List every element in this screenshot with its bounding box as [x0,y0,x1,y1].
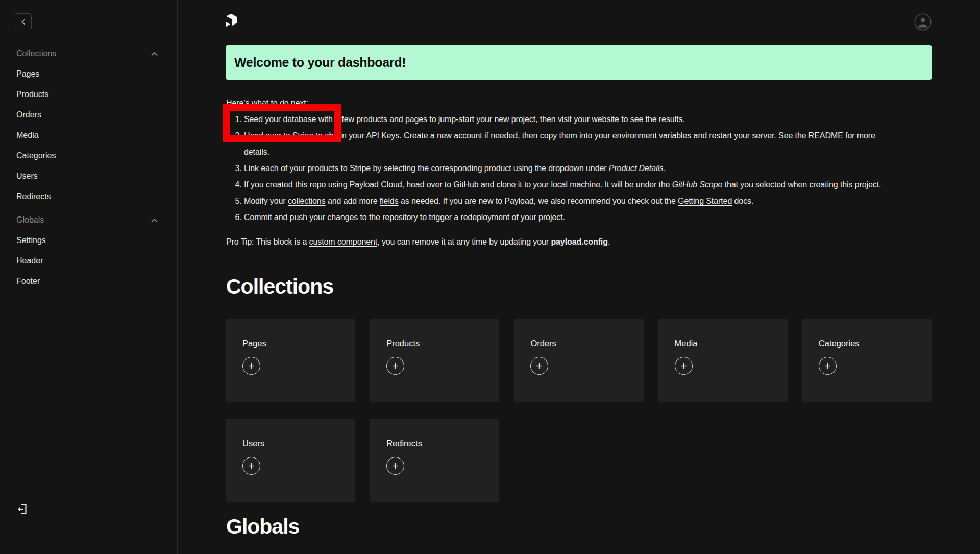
plus-icon [248,363,255,369]
pro-tip: Pro Tip: This block is a custom componen… [226,234,932,250]
custom-component-link[interactable]: custom component [309,237,378,246]
step-text: docs. [732,197,753,205]
intro-lead: Here’s what to do next: [226,95,932,111]
getting-started-link[interactable]: Getting Started [678,197,732,205]
onboarding-instructions: Here’s what to do next: Seed your databa… [226,95,932,250]
plus-icon [248,463,255,469]
collection-card-users: Users [226,419,355,502]
globals-heading: Globals [226,515,932,539]
sidebar-item-products[interactable]: Products [16,84,158,105]
step-text: . Create a new account if needed, then c… [399,131,808,140]
card-title-link[interactable]: Media [675,339,698,348]
welcome-banner-text: Welcome to your dashboard! [234,55,406,70]
payload-dashboard: Collections Pages Products Orders Media … [0,0,980,554]
card-title-link[interactable]: Redirects [386,439,422,448]
create-new-button[interactable] [675,357,693,375]
sidebar-item-redirects[interactable]: Redirects [16,186,158,207]
plus-icon [392,363,399,369]
step-text: Commit and push your changes to the repo… [244,213,565,222]
account-avatar[interactable] [914,13,932,31]
step-text: as needed. If you are new to Payload, we… [399,197,678,205]
plus-icon [392,463,399,469]
create-new-button[interactable] [386,457,404,475]
step-modify-collections: Modify your collections and add more fie… [244,193,932,209]
collections-section-label: Collections [16,49,56,58]
step-text: details. [244,148,270,156]
collection-card-redirects: Redirects [370,419,499,502]
step-link-products: Link each of your products to Stripe by … [244,160,932,177]
payload-config-text: payload.config [551,237,608,246]
sidebar-item-pages[interactable]: Pages [16,64,158,84]
sidebar-item-categories[interactable]: Categories [16,146,158,166]
readme-link[interactable]: README [808,131,843,140]
card-title-link[interactable]: Orders [530,339,556,348]
collapse-sidebar-button[interactable] [15,13,32,30]
chevron-left-icon [20,19,27,25]
main-content: Welcome to your dashboard! Here’s what t… [178,0,980,554]
obtain-api-keys-link[interactable]: obtain your API Keys [325,131,400,140]
step-text: Head over to Stripe to [244,131,325,140]
create-new-button[interactable] [242,357,260,375]
step-seed-database: Seed your database with a few products a… [244,111,932,128]
welcome-banner: Welcome to your dashboard! [226,45,932,80]
sidebar-item-footer[interactable]: Footer [16,271,158,292]
collections-grid: Pages Products Orders Media Categories U… [226,319,932,502]
pro-tip-text: Pro Tip: This block is a [226,237,309,246]
sidebar-item-settings[interactable]: Settings [16,230,158,251]
plus-icon [824,363,831,369]
globals-section: Globals Settings Header Footer [16,210,158,292]
link-products-link[interactable]: Link each of your products [244,164,338,173]
create-new-button[interactable] [530,357,548,375]
plus-icon [536,363,543,369]
step-api-keys: Head over to Stripe to obtain your API K… [244,128,932,160]
fields-docs-link[interactable]: fields [380,197,399,205]
step-text: . [664,164,666,173]
logout-button[interactable] [15,502,28,517]
sidebar-item-header[interactable]: Header [16,251,158,271]
card-title-link[interactable]: Pages [242,339,266,348]
globals-section-header[interactable]: Globals [16,210,158,230]
sidebar-nav: Collections Pages Products Orders Media … [0,30,177,292]
card-title-link[interactable]: Products [386,339,420,348]
visit-website-link[interactable]: visit your website [558,115,619,124]
sidebar-item-users[interactable]: Users [16,166,158,186]
pro-tip-text: , you can remove it at any time by updat… [377,237,551,246]
step-commit-push: Commit and push your changes to the repo… [244,209,932,226]
chevron-up-icon [151,218,158,223]
plus-icon [680,363,687,369]
payload-logo-mark [226,13,237,28]
logout-icon [15,502,28,516]
chevron-up-icon [151,52,158,56]
sidebar-item-orders[interactable]: Orders [16,105,158,125]
steps-list: Seed your database with a few products a… [226,111,932,226]
create-new-button[interactable] [819,357,837,375]
github-scope-emphasis: GitHub Scope [672,180,722,189]
seed-database-link[interactable]: Seed your database [244,115,316,124]
collections-heading: Collections [226,275,932,299]
pro-tip-text: . [608,237,610,246]
payload-logo-icon[interactable] [226,13,237,30]
step-payload-cloud: If you created this repo using Payload C… [244,177,932,193]
collection-card-media: Media [658,319,788,402]
step-text: that you selected when creating this pro… [722,180,881,189]
create-new-button[interactable] [386,357,404,375]
card-title-link[interactable]: Categories [819,339,860,348]
product-details-emphasis: Product Details [609,164,664,173]
step-text: with a few products and pages to jump-st… [316,115,557,124]
step-text: and add more [326,197,380,205]
sidebar: Collections Pages Products Orders Media … [0,0,178,554]
collection-card-products: Products [370,319,499,402]
step-text: to see the results. [619,115,685,124]
collections-docs-link[interactable]: collections [288,197,326,205]
collections-section: Collections Pages Products Orders Media … [16,43,158,207]
collection-card-categories: Categories [802,319,932,402]
collection-card-orders: Orders [514,319,643,402]
card-title-link[interactable]: Users [242,439,264,448]
user-avatar-icon [914,13,932,31]
step-text: Modify your [244,197,288,205]
sidebar-item-media[interactable]: Media [16,125,158,146]
globals-section-label: Globals [16,215,44,225]
collections-section-header[interactable]: Collections [16,43,158,64]
collection-card-pages: Pages [226,319,355,402]
create-new-button[interactable] [242,457,260,475]
